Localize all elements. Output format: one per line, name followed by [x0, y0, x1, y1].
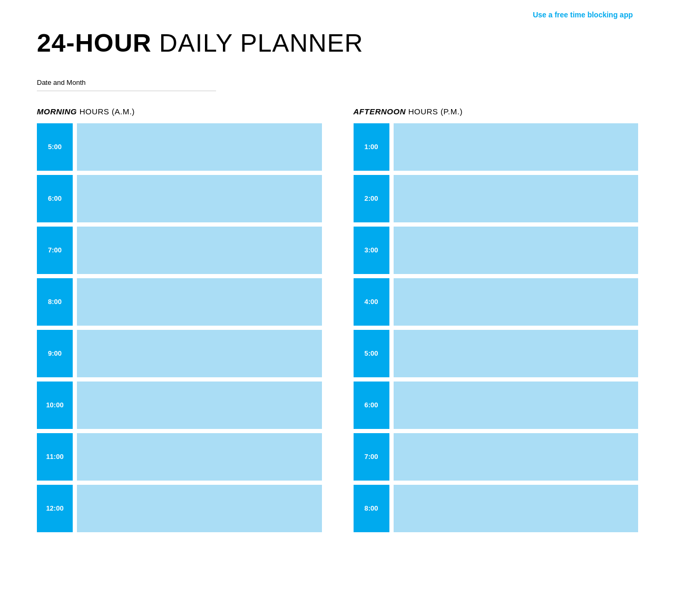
- afternoon-column: AFTERNOON HOURS (P.M.) 1:00 2:00 3:00 4:…: [354, 107, 639, 536]
- time-block[interactable]: [77, 123, 322, 171]
- time-label: 6:00: [354, 382, 389, 429]
- time-slot: 2:00: [354, 175, 639, 222]
- time-label: 2:00: [354, 175, 389, 222]
- morning-header: MORNING HOURS (A.M.): [37, 107, 322, 116]
- time-label: 10:00: [37, 382, 73, 429]
- time-block[interactable]: [394, 278, 639, 326]
- time-slot: 5:00: [354, 330, 639, 377]
- time-slot: 9:00: [37, 330, 322, 377]
- time-block[interactable]: [394, 227, 639, 274]
- time-slot: 1:00: [354, 123, 639, 171]
- time-label: 5:00: [37, 123, 73, 171]
- time-label: 5:00: [354, 330, 389, 377]
- time-label: 8:00: [354, 485, 389, 532]
- date-divider: [37, 91, 216, 91]
- time-block[interactable]: [77, 485, 322, 532]
- time-slot: 10:00: [37, 382, 322, 429]
- time-slot: 12:00: [37, 485, 322, 532]
- time-block[interactable]: [77, 278, 322, 326]
- time-block[interactable]: [77, 382, 322, 429]
- time-block[interactable]: [77, 227, 322, 274]
- time-block[interactable]: [394, 433, 639, 481]
- time-label: 7:00: [354, 433, 389, 481]
- morning-column: MORNING HOURS (A.M.) 5:00 6:00 7:00 8:00…: [37, 107, 322, 536]
- time-label: 3:00: [354, 227, 389, 274]
- time-slot: 8:00: [37, 278, 322, 326]
- time-block[interactable]: [394, 382, 639, 429]
- time-slot: 11:00: [37, 433, 322, 481]
- time-block[interactable]: [394, 330, 639, 377]
- planner-body: MORNING HOURS (A.M.) 5:00 6:00 7:00 8:00…: [0, 107, 675, 536]
- time-slot: 4:00: [354, 278, 639, 326]
- time-slot: 5:00: [37, 123, 322, 171]
- time-slot: 7:00: [354, 433, 639, 481]
- time-label: 4:00: [354, 278, 389, 326]
- time-block[interactable]: [394, 175, 639, 222]
- time-label: 11:00: [37, 433, 73, 481]
- time-slot: 6:00: [354, 382, 639, 429]
- time-block[interactable]: [77, 330, 322, 377]
- afternoon-header: AFTERNOON HOURS (P.M.): [354, 107, 639, 116]
- time-slot: 7:00: [37, 227, 322, 274]
- time-slot: 8:00: [354, 485, 639, 532]
- time-slot: 3:00: [354, 227, 639, 274]
- time-slot: 6:00: [37, 175, 322, 222]
- time-block[interactable]: [77, 433, 322, 481]
- page-title: 24-HOUR DAILY PLANNER: [37, 30, 638, 57]
- time-blocking-link[interactable]: Use a free time blocking app: [533, 11, 633, 19]
- time-label: 12:00: [37, 485, 73, 532]
- date-label: Date and Month: [37, 79, 227, 86]
- time-label: 9:00: [37, 330, 73, 377]
- time-block[interactable]: [77, 175, 322, 222]
- time-label: 7:00: [37, 227, 73, 274]
- time-label: 1:00: [354, 123, 389, 171]
- time-label: 8:00: [37, 278, 73, 326]
- time-block[interactable]: [394, 123, 639, 171]
- time-block[interactable]: [394, 485, 639, 532]
- time-label: 6:00: [37, 175, 73, 222]
